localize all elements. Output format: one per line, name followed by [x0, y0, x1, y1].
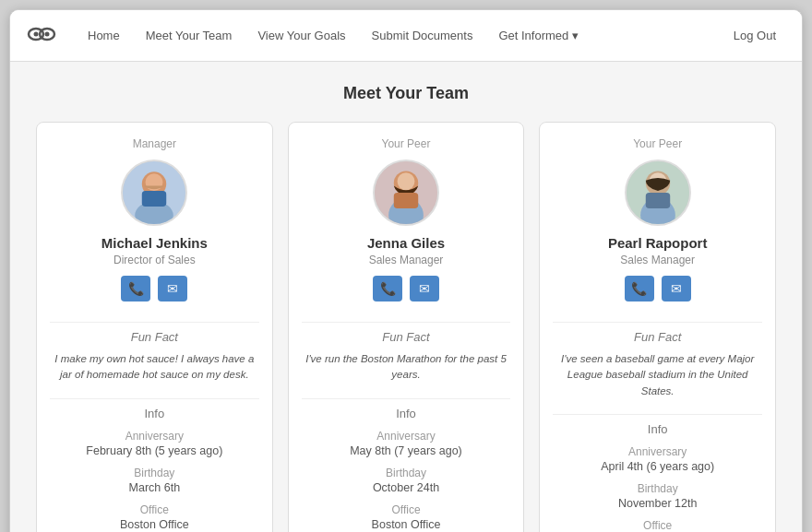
- person-title-2: Sales Manager: [369, 254, 444, 266]
- info-label-3: Info: [648, 422, 668, 436]
- office-value-1: Boston Office: [120, 518, 189, 531]
- fun-fact-text-1: I make my own hot sauce! I always have a…: [50, 351, 259, 384]
- svg-rect-18: [645, 193, 669, 208]
- info-label-2: Info: [396, 407, 416, 420]
- navbar: Home Meet Your Team View Your Goals Subm…: [10, 10, 802, 62]
- divider-2b: [302, 398, 511, 399]
- avatar-3: [625, 160, 691, 226]
- birthday-value-1: March 6th: [129, 481, 181, 494]
- person-title-1: Director of Sales: [113, 254, 196, 266]
- email-button-2[interactable]: ✉: [410, 276, 439, 301]
- avatar-image-1: [123, 161, 185, 224]
- nav-home[interactable]: Home: [77, 23, 131, 48]
- anniversary-label-3: Anniversary: [628, 445, 687, 458]
- nav-meet-your-team[interactable]: Meet Your Team: [135, 23, 244, 48]
- nav-get-informed-label: Get Informed: [498, 29, 568, 42]
- avatar-2: [373, 160, 439, 226]
- person-title-3: Sales Manager: [620, 254, 695, 266]
- phone-button-3[interactable]: 📞: [625, 276, 654, 301]
- nav-submit-documents[interactable]: Submit Documents: [361, 23, 484, 48]
- svg-point-3: [45, 31, 50, 36]
- person-name-1: Michael Jenkins: [102, 235, 208, 251]
- nav-get-informed[interactable]: Get Informed ▾: [487, 23, 590, 48]
- email-button-3[interactable]: ✉: [662, 276, 691, 301]
- svg-rect-13: [394, 193, 418, 208]
- divider-3b: [553, 414, 762, 415]
- avatar-image-3: [627, 161, 689, 224]
- fun-fact-text-2: I've run the Boston Marathon for the pas…: [302, 351, 511, 384]
- phone-button-2[interactable]: 📞: [373, 276, 402, 301]
- office-label-3: Office: [643, 519, 672, 532]
- phone-button-1[interactable]: 📞: [121, 276, 150, 301]
- office-value-2: Boston Office: [372, 518, 441, 531]
- role-label-3: Your Peer: [633, 137, 682, 150]
- fun-fact-label-2: Fun Fact: [382, 330, 429, 344]
- anniversary-value-1: February 8th (5 years ago): [86, 444, 222, 457]
- card-pearl-rapoport: Your Peer Pearl Rapoport Sales Manager 📞: [539, 122, 776, 532]
- avatar-1: [121, 160, 187, 226]
- app-window: Home Meet Your Team View Your Goals Subm…: [9, 9, 803, 532]
- nav-items: Home Meet Your Team View Your Goals Subm…: [77, 23, 722, 48]
- contact-icons-3: 📞 ✉: [625, 276, 691, 301]
- birthday-value-2: October 24th: [373, 481, 439, 494]
- divider-2a: [302, 322, 511, 323]
- divider-3a: [553, 322, 762, 323]
- birthday-label-2: Birthday: [386, 467, 426, 479]
- info-label-1: Info: [144, 407, 164, 420]
- main-content: Meet Your Team Manager Michael Jenkins: [10, 62, 802, 532]
- logout-button[interactable]: Log Out: [722, 23, 787, 48]
- person-name-3: Pearl Rapoport: [608, 235, 708, 251]
- email-button-1[interactable]: ✉: [158, 276, 187, 301]
- office-label-1: Office: [140, 503, 169, 516]
- birthday-label-3: Birthday: [638, 482, 678, 495]
- divider-1b: [50, 398, 259, 399]
- card-jenna-giles: Your Peer Jenna Giles Sales Manager 📞: [288, 122, 525, 532]
- person-name-2: Jenna Giles: [367, 235, 445, 251]
- page-title: Meet Your Team: [36, 84, 776, 103]
- card-michael-jenkins: Manager Michael Jenkins Director of Sale…: [36, 122, 273, 532]
- cards-row: Manager Michael Jenkins Director of Sale…: [36, 122, 776, 532]
- office-label-2: Office: [391, 503, 420, 516]
- divider-1a: [50, 322, 259, 323]
- fun-fact-label-1: Fun Fact: [131, 330, 178, 344]
- logo-icon: [25, 18, 58, 51]
- anniversary-label-2: Anniversary: [376, 430, 435, 443]
- birthday-value-3: November 12th: [618, 497, 697, 510]
- logo: [25, 18, 58, 54]
- svg-point-12: [398, 172, 415, 190]
- fun-fact-label-3: Fun Fact: [634, 330, 681, 344]
- svg-rect-7: [142, 191, 166, 207]
- anniversary-value-2: May 8th (7 years ago): [350, 444, 462, 457]
- role-label-1: Manager: [133, 137, 176, 150]
- fun-fact-text-3: I've seen a baseball game at every Major…: [553, 351, 762, 399]
- svg-point-2: [34, 31, 39, 36]
- contact-icons-2: 📞 ✉: [373, 276, 439, 301]
- nav-view-your-goals[interactable]: View Your Goals: [246, 23, 356, 48]
- role-label-2: Your Peer: [382, 137, 431, 150]
- avatar-image-2: [375, 161, 437, 224]
- anniversary-value-3: April 4th (6 years ago): [601, 460, 714, 473]
- contact-icons-1: 📞 ✉: [121, 276, 187, 301]
- chevron-down-icon: ▾: [572, 29, 579, 42]
- anniversary-label-1: Anniversary: [125, 430, 184, 443]
- birthday-label-1: Birthday: [134, 467, 174, 479]
